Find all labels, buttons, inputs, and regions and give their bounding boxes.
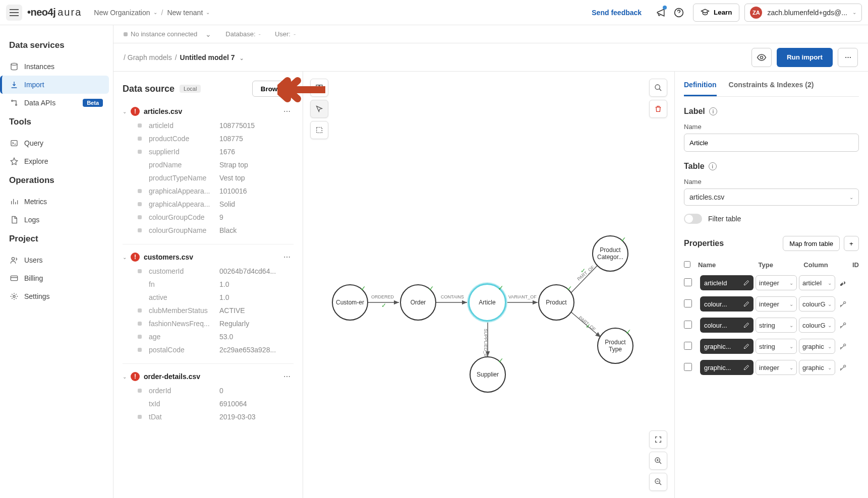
database-icon: [10, 63, 18, 71]
file-header[interactable]: ⌄ ! customers.csv ⋯: [123, 250, 294, 265]
type-select[interactable]: integer⌄: [756, 360, 797, 375]
row-checkbox[interactable]: [684, 321, 692, 329]
info-icon[interactable]: i: [709, 107, 717, 115]
graph-node-article[interactable]: Article✓: [468, 283, 506, 322]
graph-node-supplier[interactable]: Supplier✓: [470, 356, 506, 393]
add-property-button[interactable]: +: [844, 236, 859, 251]
sidebar-heading-tools: Tools: [4, 112, 109, 134]
pencil-icon: [743, 280, 749, 286]
billing-icon: [10, 274, 18, 282]
column-select[interactable]: graphic⌄: [799, 360, 835, 375]
send-feedback-link[interactable]: Send feedback: [592, 9, 642, 17]
zoom-in-button[interactable]: [649, 452, 667, 470]
sidebar-item-data-apis[interactable]: Data APIs Beta: [4, 94, 109, 112]
section-label: Label i: [684, 107, 859, 116]
row-checkbox[interactable]: [684, 278, 692, 286]
search-canvas-button[interactable]: [649, 79, 667, 97]
menu-button[interactable]: [6, 5, 22, 21]
sidebar-item-settings[interactable]: Settings: [4, 287, 109, 305]
delete-button[interactable]: [649, 100, 667, 118]
org-dropdown[interactable]: New Organization ⌄: [94, 9, 157, 17]
select-tool-button[interactable]: [310, 121, 328, 139]
graph-node-product[interactable]: Product✓: [538, 284, 574, 321]
graph-canvas[interactable]: ORDERED ✓ CONTAINS VARIANT_OF SUPPLIED_B…: [303, 72, 674, 498]
map-from-table-button[interactable]: Map from table: [783, 236, 840, 251]
table-select[interactable]: articles.csv⌄: [684, 189, 859, 206]
key-icon[interactable]: [837, 300, 849, 308]
sidebar-item-query[interactable]: Query: [4, 134, 109, 152]
select-all-checkbox[interactable]: [684, 261, 690, 268]
logo-aura: aura: [57, 7, 82, 18]
warning-icon: !: [131, 107, 140, 116]
property-name-chip[interactable]: graphic...: [700, 360, 754, 375]
type-select[interactable]: integer⌄: [756, 296, 797, 312]
zoom-out-button[interactable]: [649, 473, 667, 491]
type-select[interactable]: string⌄: [756, 339, 797, 354]
help-button[interactable]: [670, 4, 688, 22]
check-icon: ✓: [428, 284, 434, 292]
run-import-button[interactable]: Run import: [777, 48, 833, 67]
file-header[interactable]: ⌄ ! order-details.csv ⋯: [123, 369, 294, 384]
more-actions-button[interactable]: ⋯: [838, 48, 858, 67]
row-checkbox[interactable]: [684, 363, 692, 371]
field-label: Name: [684, 123, 859, 131]
fit-button[interactable]: [649, 430, 667, 449]
graph-node-order[interactable]: Order✓: [400, 284, 436, 321]
notifications-button[interactable]: [652, 4, 670, 22]
label-name-input[interactable]: [684, 134, 859, 152]
sidebar-item-explore[interactable]: Explore: [4, 152, 109, 170]
property-name-chip[interactable]: articleId: [700, 275, 754, 290]
sidebar-item-billing[interactable]: Billing: [4, 269, 109, 287]
preview-button[interactable]: [751, 48, 772, 67]
property-name-chip[interactable]: colour...: [700, 318, 754, 333]
row-checkbox[interactable]: [684, 299, 692, 307]
sidebar-item-users[interactable]: Users: [4, 251, 109, 269]
graph-node-product-category[interactable]: Product Categor...✓: [592, 235, 628, 272]
svg-point-3: [16, 104, 17, 106]
file-section: ⌄ ! customers.csv ⋯ customerId00264b7d4c…: [123, 250, 294, 364]
section-table: Table i: [684, 162, 859, 171]
property-row: articleId integer⌄ articleI⌄: [684, 272, 859, 293]
column-select[interactable]: colourG⌄: [799, 296, 835, 312]
instance-dropdown[interactable]: No instance connected ⌄: [124, 30, 211, 38]
file-more-button[interactable]: ⋯: [280, 107, 294, 115]
key-icon[interactable]: [837, 279, 849, 287]
key-icon[interactable]: [837, 321, 849, 329]
check-icon: ✓: [498, 284, 504, 292]
column-select[interactable]: colourG⌄: [799, 318, 835, 333]
column-select[interactable]: graphic⌄: [799, 339, 835, 354]
breadcrumb-graph-models[interactable]: / Graph models: [124, 53, 172, 61]
file-header[interactable]: ⌄ ! articles.csv ⋯: [123, 104, 294, 119]
trash-icon: [654, 105, 662, 113]
sidebar-item-metrics[interactable]: Metrics: [4, 193, 109, 211]
breadcrumb-row: / Graph models / Untitled model 7 ⌄ Run …: [113, 43, 868, 72]
data-source-title: Data source: [123, 84, 175, 94]
tab-definition[interactable]: Definition: [684, 81, 717, 96]
key-icon[interactable]: [837, 363, 849, 371]
file-more-button[interactable]: ⋯: [280, 372, 294, 381]
edge-label: PART_OF: [576, 265, 596, 282]
graph-node-customer[interactable]: Custom-er✓: [332, 284, 368, 321]
info-icon[interactable]: i: [709, 162, 717, 170]
section-properties: Properties: [684, 239, 724, 248]
row-checkbox[interactable]: [684, 342, 692, 350]
property-name-chip[interactable]: colour...: [700, 296, 754, 312]
type-select[interactable]: integer⌄: [756, 275, 797, 290]
graph-node-product-type[interactable]: Product Type✓: [597, 328, 633, 364]
model-name-dropdown[interactable]: Untitled model 7 ⌄: [180, 53, 244, 61]
property-name-chip[interactable]: graphic...: [700, 339, 754, 354]
filter-table-toggle[interactable]: [684, 214, 702, 224]
tab-constraints[interactable]: Constraints & Indexes (2): [729, 81, 814, 96]
learn-button[interactable]: Learn: [693, 4, 739, 22]
main-area: No instance connected ⌄ Database: - User…: [113, 25, 868, 498]
key-icon[interactable]: [837, 342, 849, 350]
tenant-dropdown[interactable]: New tenant ⌄: [167, 9, 210, 17]
zoom-in-icon: [654, 457, 662, 465]
sidebar-item-instances[interactable]: Instances: [4, 57, 109, 76]
file-more-button[interactable]: ⋯: [280, 253, 294, 261]
sidebar-item-logs[interactable]: Logs: [4, 211, 109, 229]
column-select[interactable]: articleI⌄: [799, 275, 835, 290]
user-menu[interactable]: ZA zach.blumenfeld+gds@... ⌄: [744, 4, 862, 22]
type-select[interactable]: string⌄: [756, 318, 797, 333]
sidebar-item-import[interactable]: Import: [0, 76, 109, 94]
